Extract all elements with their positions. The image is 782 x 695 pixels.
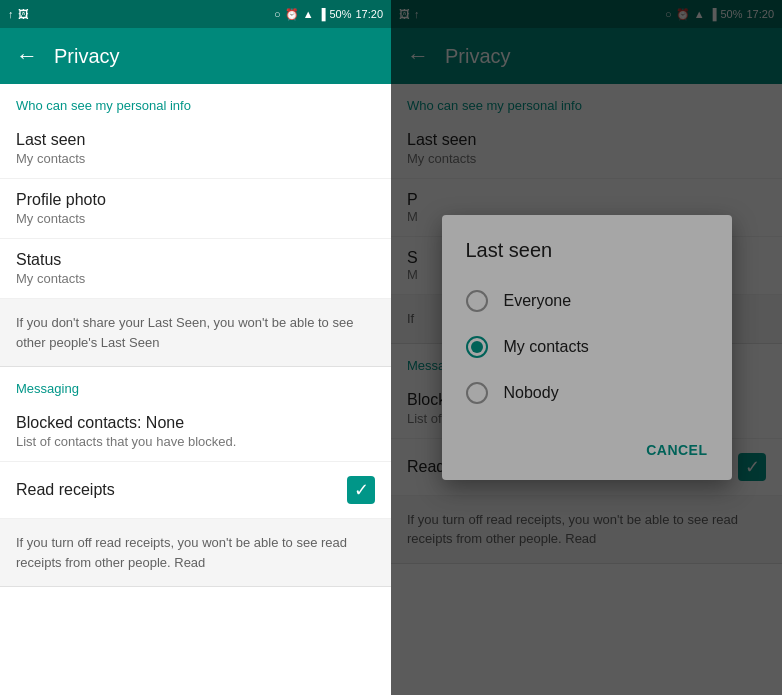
modal-title: Last seen [442, 239, 732, 278]
last-seen-title-left: Last seen [16, 131, 375, 149]
time-left: 17:20 [355, 8, 383, 20]
profile-photo-sub: My contacts [16, 211, 375, 226]
my-contacts-label: My contacts [504, 338, 589, 356]
status-bar-left-icons: ↑ 🖼 [8, 8, 29, 20]
messaging-section-left: Messaging [0, 367, 391, 402]
everyone-label: Everyone [504, 292, 572, 310]
option-everyone[interactable]: Everyone [442, 278, 732, 324]
read-receipts-checkbox-left[interactable]: ✓ [347, 476, 375, 504]
radio-nobody[interactable] [466, 382, 488, 404]
signal-icon: ▐ [318, 8, 326, 20]
radio-my-contacts[interactable] [466, 336, 488, 358]
wifi-icon: ▲ [303, 8, 314, 20]
profile-photo-title: Profile photo [16, 191, 375, 209]
status-bar-right-icons: ○ ⏰ ▲ ▐ 50% 17:20 [274, 8, 383, 21]
left-page-title: Privacy [54, 45, 120, 68]
right-panel: 🖼 ↑ ○ ⏰ ▲ ▐ 50% 17:20 ← Privacy Who can … [391, 0, 782, 695]
cancel-button[interactable]: CANCEL [630, 432, 723, 468]
last-seen-dialog: Last seen Everyone My contacts Nobody CA… [442, 215, 732, 480]
circle-icon: ○ [274, 8, 281, 20]
personal-info-section-left: Who can see my personal info [0, 84, 391, 119]
upload-icon: ↑ [8, 8, 14, 20]
nobody-label: Nobody [504, 384, 559, 402]
status-title: Status [16, 251, 375, 269]
blocked-contacts-title-left: Blocked contacts: None [16, 414, 375, 432]
image-icon: 🖼 [18, 8, 29, 20]
read-receipts-label-left: Read receipts [16, 481, 115, 499]
alarm-icon: ⏰ [285, 8, 299, 21]
read-receipts-info-left: If you turn off read receipts, you won't… [0, 519, 391, 587]
modal-overlay: Last seen Everyone My contacts Nobody CA… [391, 0, 782, 695]
option-nobody[interactable]: Nobody [442, 370, 732, 416]
left-header: ← Privacy [0, 28, 391, 84]
blocked-contacts-sub-left: List of contacts that you have blocked. [16, 434, 375, 449]
left-panel: ↑ 🖼 ○ ⏰ ▲ ▐ 50% 17:20 ← Privacy Who can … [0, 0, 391, 695]
modal-actions: CANCEL [442, 424, 732, 472]
last-seen-item-left[interactable]: Last seen My contacts [0, 119, 391, 179]
profile-photo-item[interactable]: Profile photo My contacts [0, 179, 391, 239]
read-receipts-row-left[interactable]: Read receipts ✓ [0, 462, 391, 519]
radio-everyone[interactable] [466, 290, 488, 312]
status-item[interactable]: Status My contacts [0, 239, 391, 299]
option-my-contacts[interactable]: My contacts [442, 324, 732, 370]
last-seen-info-left: If you don't share your Last Seen, you w… [0, 299, 391, 367]
blocked-contacts-item-left[interactable]: Blocked contacts: None List of contacts … [0, 402, 391, 462]
back-button-left[interactable]: ← [16, 43, 38, 69]
status-sub: My contacts [16, 271, 375, 286]
status-bar-left: ↑ 🖼 ○ ⏰ ▲ ▐ 50% 17:20 [0, 0, 391, 28]
battery-percent: 50% [329, 8, 351, 20]
last-seen-sub-left: My contacts [16, 151, 375, 166]
